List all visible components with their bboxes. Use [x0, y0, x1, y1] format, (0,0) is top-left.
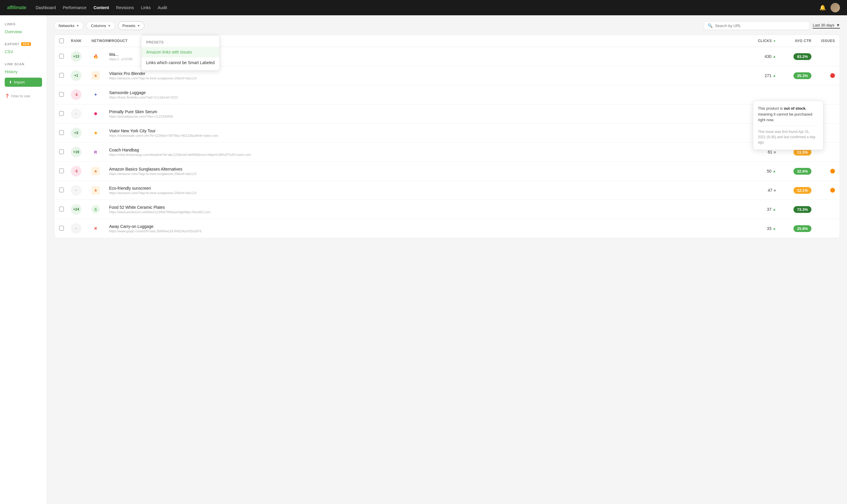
- trend-up-icon: ▲: [773, 207, 776, 212]
- table-row: -1 a Amazon Basics Sunglasses Alternativ…: [54, 162, 840, 181]
- product-name: Eco-friendly sunscreen: [109, 186, 747, 191]
- trend-up-icon: ▲: [773, 227, 776, 231]
- avatar[interactable]: [831, 3, 840, 12]
- row-checkbox[interactable]: [59, 187, 64, 192]
- nav-links[interactable]: Links: [141, 5, 151, 10]
- issues-cell: [811, 169, 835, 174]
- chevron-down-icon: ▼: [137, 24, 140, 28]
- ctr-badge: 83.2%: [793, 53, 811, 60]
- product-url: https://amazon.com/?tag=ts-best-sunglass…: [109, 191, 747, 195]
- columns-filter[interactable]: Columns ▼: [87, 21, 115, 30]
- upload-icon: ⬆: [9, 80, 12, 84]
- col-clicks[interactable]: Clicks ▼: [747, 38, 776, 43]
- product-name: Vitamix Pro Blender: [109, 71, 747, 76]
- question-icon: ❓: [5, 94, 10, 98]
- clicks-cell: 47 ◆: [747, 188, 776, 193]
- sidebar-export-label: EXPORT NEW: [5, 42, 42, 46]
- col-issues: Issues: [811, 38, 835, 43]
- import-button[interactable]: ⬆ Import: [5, 78, 42, 87]
- rank-badge: -: [71, 223, 82, 234]
- tooltip-meta: This issue was first found Apr 31, 2021 …: [758, 129, 818, 145]
- table-row: +3 ★ Viator New York City Tour https://s…: [54, 124, 840, 143]
- issue-indicator[interactable]: [830, 73, 835, 78]
- rank-badge: -1: [71, 166, 82, 176]
- row-checkbox[interactable]: [59, 226, 64, 231]
- product-url: https://www.gopjn.com/t/DFGseLJ5N45wLEFJ…: [109, 229, 747, 233]
- table-row: - a Eco-friendly sunscreen https://amazo…: [54, 181, 840, 200]
- issue-tooltip: This product is out of stock, meaning it…: [753, 101, 824, 150]
- table-row: +19 R Coach Handbag https://click.linksy…: [54, 143, 840, 162]
- row-checkbox[interactable]: [59, 111, 64, 116]
- network-icon: ✱: [91, 110, 100, 118]
- network-icon: ★: [91, 129, 100, 137]
- sort-icon: ▼: [773, 39, 776, 43]
- search-box: 🔍: [704, 21, 810, 30]
- nav-content[interactable]: Content: [93, 5, 109, 10]
- clicks-cell: 61 ◆: [747, 150, 776, 155]
- dropdown-item-amazon-issues[interactable]: Amazon links with issues: [142, 47, 219, 57]
- toolbar: Networks ▼ Columns ▼ Presets ▼ 🔍 Last 30…: [54, 21, 840, 30]
- row-checkbox[interactable]: [59, 149, 64, 154]
- sidebar-item-history[interactable]: History: [5, 68, 42, 75]
- product-info: Viator New York City Tour https://sharea…: [109, 128, 747, 137]
- product-info: Primally Pure Skim Serum https://primall…: [109, 109, 747, 118]
- nav-links: Dashboard Performance Content Revisions …: [36, 5, 810, 10]
- logo[interactable]: affilimate: [7, 5, 26, 10]
- tooltip-bold: out of stock: [784, 106, 806, 111]
- date-range-picker[interactable]: Last 30 days ▼: [813, 23, 840, 29]
- sidebar-links-section: LINKS Overview: [5, 22, 42, 35]
- nav-audit[interactable]: Audit: [158, 5, 167, 10]
- layout: LINKS Overview EXPORT NEW CSV LINK SCAN …: [0, 15, 847, 504]
- rank-badge: +1: [71, 70, 82, 81]
- trend-up-icon: ▲: [773, 73, 776, 78]
- product-url: https://amazon.com/?tag=ts-best-sunglass…: [109, 76, 747, 80]
- networks-filter[interactable]: Networks ▼: [54, 21, 84, 30]
- sidebar-item-overview[interactable]: Overview: [5, 28, 42, 35]
- new-badge: NEW: [21, 42, 31, 46]
- row-checkbox[interactable]: [59, 73, 64, 78]
- how-to-use[interactable]: ❓ How to use: [5, 94, 42, 98]
- sidebar: LINKS Overview EXPORT NEW CSV LINK SCAN …: [0, 15, 47, 504]
- row-checkbox[interactable]: [59, 168, 64, 173]
- rank-badge: +19: [71, 147, 82, 157]
- network-icon: R: [91, 148, 100, 156]
- click-count: 50: [767, 169, 772, 174]
- ctr-badge: 73.3%: [793, 206, 811, 213]
- chevron-down-icon: ▼: [836, 23, 840, 28]
- clicks-cell: 430 ▲: [747, 54, 776, 59]
- nav-performance[interactable]: Performance: [63, 5, 87, 10]
- row-checkbox[interactable]: [59, 130, 64, 135]
- presets-filter[interactable]: Presets ▼: [118, 21, 144, 30]
- clicks-cell: 271 ▲: [747, 73, 776, 78]
- search-input[interactable]: [715, 23, 806, 28]
- issues-cell: [811, 188, 835, 193]
- product-name: Coach Handbag: [109, 148, 747, 152]
- chevron-down-icon: ▼: [108, 24, 111, 28]
- product-url: https://click.linksynergy.com/deeplink?i…: [109, 153, 747, 157]
- row-checkbox[interactable]: [59, 92, 64, 97]
- issue-indicator[interactable]: [830, 169, 835, 174]
- presets-dropdown: Presets Amazon links with issues Links w…: [141, 35, 220, 71]
- table-row: - ✱ Primally Pure Skim Serum https://pri…: [54, 104, 840, 124]
- network-icon: 🔥: [91, 52, 100, 60]
- select-all-checkbox[interactable]: [59, 38, 64, 43]
- row-checkbox[interactable]: [59, 207, 64, 212]
- dropdown-item-smart-label[interactable]: Links which cannot be Smart Labeled: [142, 57, 219, 68]
- topnav: affilimate Dashboard Performance Content…: [0, 0, 847, 15]
- network-icon: a: [91, 71, 100, 80]
- nav-dashboard[interactable]: Dashboard: [36, 5, 56, 10]
- click-count: 61: [768, 150, 772, 155]
- sidebar-item-csv[interactable]: CSV: [5, 48, 42, 55]
- product-info: Food 52 White Ceramic Plates https://www…: [109, 205, 747, 214]
- nav-right: 🔔: [819, 3, 840, 12]
- sidebar-export-section: EXPORT NEW CSV: [5, 42, 42, 55]
- row-checkbox[interactable]: [59, 54, 64, 58]
- network-icon: ✦: [91, 91, 100, 99]
- sidebar-linkscan-label: LINK SCAN: [5, 62, 42, 66]
- product-url: https://shareasale.com/r.cfm?b=1234&m=56…: [109, 134, 747, 137]
- bell-icon[interactable]: 🔔: [819, 4, 826, 11]
- issue-indicator[interactable]: [830, 188, 835, 193]
- nav-revisions[interactable]: Revisions: [116, 5, 134, 10]
- ctr-badge: 25.3%: [793, 72, 811, 79]
- product-info: Away Carry-on Luggage https://www.gopjn.…: [109, 224, 747, 233]
